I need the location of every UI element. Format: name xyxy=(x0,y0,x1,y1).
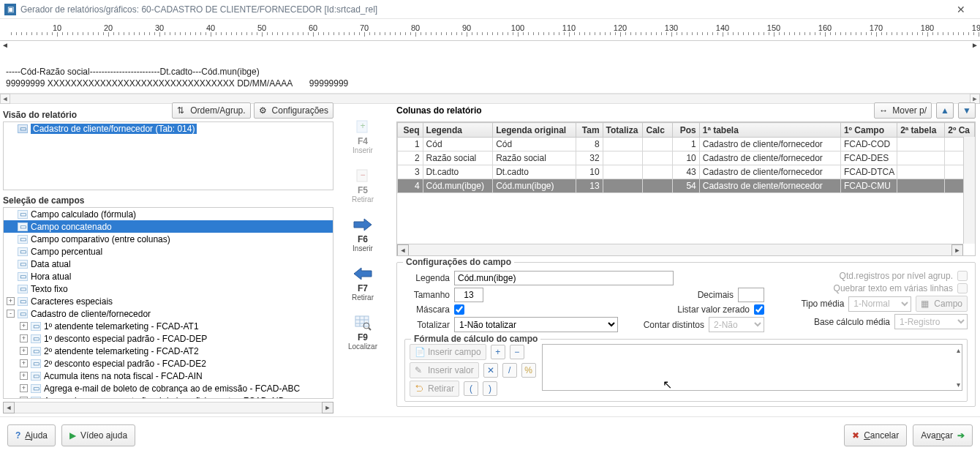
expander[interactable]: + xyxy=(20,384,28,392)
field-icon: ▭ xyxy=(31,322,41,331)
base-select: 1-Registro xyxy=(894,314,968,329)
campo-label: Agrega e-mail de boleto de cobrança ao d… xyxy=(44,383,300,394)
totalizar-label: Totalizar xyxy=(404,320,450,330)
columns-grid[interactable]: SeqLegendaLegenda originalTamTotalizaCal… xyxy=(396,121,976,256)
inserir-campo-button: 📄 Inserir campo xyxy=(410,344,486,360)
f5-retirar[interactable]: − F5 Retirar xyxy=(352,168,374,203)
move-down-button[interactable]: ▼ xyxy=(958,102,976,119)
grid-hscroll[interactable]: ◄► xyxy=(397,244,963,255)
campo-label: Data atual xyxy=(31,259,71,269)
campo-row[interactable]: +▭2º desconto especial padrão - FCAD-DE2 xyxy=(4,357,333,370)
field-icon: ▭ xyxy=(18,222,28,231)
campos-tree[interactable]: ▭Campo calculado (fórmula)▭Campo concate… xyxy=(3,207,333,399)
grid-vscroll[interactable] xyxy=(963,137,975,244)
minus-button[interactable]: − xyxy=(510,345,524,359)
remove-icon: ⮌ xyxy=(415,383,425,394)
avancar-button[interactable]: Avançar ➔ xyxy=(913,424,973,446)
expander[interactable]: + xyxy=(20,397,28,399)
cancelar-button[interactable]: ✖ Cancelar xyxy=(844,424,907,446)
col-header[interactable]: Calc xyxy=(643,123,673,138)
col-header[interactable]: 2º Ca xyxy=(945,123,975,138)
campo-row[interactable]: +▭1º atendente telemarketing - FCAD-AT1 xyxy=(4,320,333,332)
table-row[interactable]: 3Dt.cadtoDt.cadto1043Cadastro de cliente… xyxy=(398,165,975,179)
campo-row[interactable]: ▭Hora atual xyxy=(4,270,333,282)
ordem-agrup-button[interactable]: ⇅ Ordem/Agrup. xyxy=(172,102,250,119)
divide-button[interactable]: / xyxy=(502,363,517,378)
mascara-checkbox[interactable] xyxy=(454,304,464,315)
open-paren-button[interactable]: ( xyxy=(464,381,478,396)
f9-localizar[interactable]: F9 Localizar xyxy=(348,315,377,351)
visao-root-label: Cadastro de cliente/fornecedor (Tab: 014… xyxy=(31,124,197,134)
decimais-input[interactable] xyxy=(738,288,764,302)
listar-label: Listar valor zerado xyxy=(677,304,750,315)
formula-textarea[interactable]: ▴▾ xyxy=(542,344,962,391)
campo-row[interactable]: ▭Campo percentual xyxy=(4,245,333,258)
campo-label: Campo concatenado xyxy=(31,222,112,232)
document-icon: ▭ xyxy=(18,124,28,133)
col-header[interactable]: Legenda original xyxy=(493,123,576,138)
totalizar-select[interactable]: 1-Não totalizar xyxy=(454,317,618,332)
visao-tree[interactable]: ▭ Cadastro de cliente/fornecedor (Tab: 0… xyxy=(3,121,333,190)
col-header[interactable]: Totaliza xyxy=(603,123,643,138)
close-paren-button[interactable]: ) xyxy=(483,381,497,396)
listar-checkbox[interactable] xyxy=(754,304,764,315)
col-header[interactable]: 1ª tabela xyxy=(699,123,840,138)
expander[interactable]: + xyxy=(20,372,28,380)
campo-row[interactable]: +▭Agrega e-mail de boleto de cobrança ao… xyxy=(4,382,333,394)
col-header[interactable]: Legenda xyxy=(423,123,493,138)
col-header[interactable]: 2ª tabela xyxy=(897,123,945,138)
col-header[interactable]: 1º Campo xyxy=(840,123,897,138)
config-label: Configurações xyxy=(272,105,328,116)
percent-button[interactable]: % xyxy=(521,363,536,378)
field-icon: ▭ xyxy=(31,397,41,400)
expander[interactable]: + xyxy=(20,359,28,367)
expander[interactable]: - xyxy=(7,310,15,318)
campo-row[interactable]: ▭Campo concatenado xyxy=(4,220,333,233)
help-icon: ? xyxy=(15,430,20,441)
campos-hscroll[interactable]: ◄► xyxy=(3,402,333,413)
mover-button[interactable]: ↔ Mover p/ xyxy=(874,102,932,119)
field-icon: ▭ xyxy=(31,334,41,343)
footer: ? Ajuda ▶ Vídeo ajuda ✖ Cancelar Avançar… xyxy=(0,416,980,453)
expander[interactable]: + xyxy=(7,297,15,305)
close-button[interactable]: ✕ xyxy=(946,4,976,15)
campo-label: Texto fixo xyxy=(31,284,68,294)
campo-row[interactable]: +▭Acumula itens na nota fiscal - FCAD-AI… xyxy=(4,370,333,382)
legenda-input[interactable] xyxy=(454,271,674,285)
campo-label: Hora atual xyxy=(31,272,71,282)
campo-row[interactable]: -▭Cadastro de cliente/fornecedor xyxy=(4,307,333,320)
campo-row[interactable]: +▭2º atendente telemarketing - FCAD-AT2 xyxy=(4,345,333,357)
video-ajuda-button[interactable]: ▶ Vídeo ajuda xyxy=(61,424,135,446)
campo-row[interactable]: ▭Texto fixo xyxy=(4,282,333,295)
f4-inserir[interactable]: + F4 Inserir xyxy=(353,119,373,154)
expander[interactable]: + xyxy=(20,334,28,342)
col-header[interactable]: Seq xyxy=(398,123,423,138)
campo-row[interactable]: +▭Caracteres especiais xyxy=(4,295,333,307)
configuracoes-button[interactable]: ⚙ Configurações xyxy=(254,102,333,119)
move-up-button[interactable]: ▲ xyxy=(936,102,954,119)
col-header[interactable]: Pos xyxy=(673,123,700,138)
campo-row[interactable]: +▭1º desconto especial padrão - FCAD-DEP xyxy=(4,332,333,345)
tipo-label: Tipo média xyxy=(801,299,844,309)
table-row[interactable]: 1CódCód81Cadastro de cliente/fornecedorF… xyxy=(398,138,975,151)
f6-inserir[interactable]: F6 Inserir xyxy=(353,217,373,252)
table-row[interactable]: 4Cód.mun(ibge)Cód.mun(ibge)1354Cadastro … xyxy=(398,179,975,193)
qtdreg-checkbox xyxy=(957,271,968,281)
f7-retirar[interactable]: F7 Retirar xyxy=(352,266,374,302)
campo-label: 2º atendente telemarketing - FCAD-AT2 xyxy=(44,346,199,356)
ajuda-button[interactable]: ? Ajuda xyxy=(7,424,56,446)
table-row[interactable]: 2Razão socialRazão social3210Cadastro de… xyxy=(398,151,975,165)
expander[interactable]: + xyxy=(20,322,28,330)
expander[interactable]: + xyxy=(20,347,28,355)
col-header[interactable]: Tam xyxy=(576,123,603,138)
campo-row[interactable]: ▭Campo comparativo (entre colunas) xyxy=(4,233,333,245)
ruler-scrollbar[interactable]: ◄► xyxy=(0,41,980,51)
campo-row[interactable]: ▭Campo calculado (fórmula) xyxy=(4,208,333,220)
tamanho-input[interactable] xyxy=(454,288,483,302)
plus-button[interactable]: + xyxy=(491,345,505,359)
visao-root-row[interactable]: ▭ Cadastro de cliente/fornecedor (Tab: 0… xyxy=(4,122,333,135)
campo-row[interactable]: +▭Agrupa insumos na nota fiscal de benef… xyxy=(4,394,333,399)
multiply-button[interactable]: ✕ xyxy=(483,363,498,378)
decimais-label: Decimais xyxy=(698,290,734,300)
campo-row[interactable]: ▭Data atual xyxy=(4,258,333,270)
